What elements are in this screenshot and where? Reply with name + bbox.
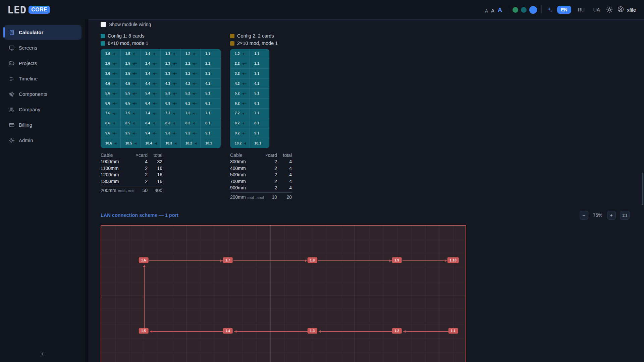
theme-dot-blue[interactable] xyxy=(529,6,537,14)
lan-edge xyxy=(144,265,145,328)
wire-arrow-icon xyxy=(192,63,197,64)
lang-en[interactable]: EN xyxy=(557,6,571,14)
wire-arrow-icon xyxy=(152,103,157,104)
cable-footer-cable: 200mm xyxy=(101,188,116,193)
sidebar-nav: CalculatorScreensProjectsTimelineCompone… xyxy=(0,19,85,148)
module-label: 1.1 xyxy=(255,52,260,56)
wire-arrow-icon xyxy=(172,123,177,123)
lang-ua[interactable]: UA xyxy=(591,6,602,14)
sidebar: CalculatorScreensProjectsTimelineCompone… xyxy=(0,19,85,362)
module-label: 2.2 xyxy=(185,62,191,65)
cable-cell: 4 xyxy=(277,178,292,185)
wire-arrow-icon xyxy=(192,133,197,133)
sidebar-item-label: Timeline xyxy=(19,76,38,81)
module-cell: 8.4 xyxy=(141,118,161,128)
arrowhead-left-icon xyxy=(402,330,406,333)
lan-zoom-controls: − 75% + 1:1 xyxy=(580,211,630,220)
module-cell: 8.6 xyxy=(101,118,121,128)
lan-node: 1.3 xyxy=(308,328,317,334)
module-cell: 3.4 xyxy=(141,69,161,79)
lan-node: 1.5 xyxy=(139,328,149,334)
module-label: 8.3 xyxy=(165,121,170,125)
topbar: LED CORE AAA ENRUUA xyxy=(0,0,644,19)
sidebar-item-components[interactable]: Components xyxy=(4,86,82,102)
wire-arrow-icon xyxy=(242,63,246,64)
wire-arrow-icon xyxy=(242,54,246,54)
scrollbar-thumb[interactable] xyxy=(642,173,643,205)
show-wiring-checkbox[interactable] xyxy=(101,22,106,27)
sidebar-item-projects[interactable]: Projects xyxy=(4,56,82,71)
sidebar-item-screens[interactable]: Screens xyxy=(4,40,82,55)
module-label: 6.1 xyxy=(255,102,260,105)
wire-arrow-icon xyxy=(112,73,117,74)
cable-cell: 500mm xyxy=(230,172,262,178)
font-size-medium-button[interactable]: A xyxy=(491,8,495,13)
sidebar-item-calculator[interactable]: Calculator xyxy=(4,25,82,40)
module-cell: 6.1 xyxy=(201,99,221,109)
zoom-level: 75% xyxy=(593,213,602,218)
module-cell: 2.3 xyxy=(161,59,181,69)
sidebar-item-billing[interactable]: Billing xyxy=(4,117,82,132)
cable-cell: 900mm xyxy=(230,185,262,191)
module-label: 5.6 xyxy=(105,92,110,95)
wire-arrow-icon xyxy=(192,123,197,123)
lan-node: 1.1 xyxy=(448,328,458,334)
module-cell: 10.1 xyxy=(250,138,270,148)
wire-arrow-icon xyxy=(112,63,117,64)
font-size-controls: AAA xyxy=(485,7,502,13)
module-cell: 5.2 xyxy=(230,88,250,99)
diagram-major-gridline xyxy=(439,226,439,362)
zoom-in-button[interactable]: + xyxy=(607,211,616,220)
lan-node: 1.2 xyxy=(392,328,402,334)
sidebar-item-company[interactable]: Company xyxy=(4,102,82,117)
module-cell: 10.3 xyxy=(161,138,181,148)
module-cell: 3.6 xyxy=(101,69,121,79)
sparkles-icon[interactable] xyxy=(546,6,553,13)
module-cell: 5.1 xyxy=(201,88,221,99)
font-size-small-button[interactable]: A xyxy=(485,9,488,13)
module-cell: 2.6 xyxy=(101,59,121,69)
module-label: 4.2 xyxy=(185,82,191,85)
theme-toggle-sun-icon[interactable] xyxy=(606,6,613,13)
module-label: 8.1 xyxy=(205,121,210,125)
module-label: 10.4 xyxy=(145,141,152,145)
theme-dot-teal[interactable] xyxy=(521,7,527,13)
zoom-reset-button[interactable]: 1:1 xyxy=(620,211,630,220)
sidebar-collapse-button[interactable] xyxy=(0,347,85,362)
module-cell: 6.6 xyxy=(101,99,121,109)
wire-arrow-icon xyxy=(172,83,177,84)
module-label: 9.5 xyxy=(125,131,130,135)
cable-col-header: Cable xyxy=(101,152,133,159)
module-grid-1: 1.61.51.41.31.21.12.62.52.42.32.22.13.63… xyxy=(101,49,221,148)
module-label: 3.2 xyxy=(185,72,191,75)
wire-arrow-icon xyxy=(152,73,157,74)
legend-label: Config 2: 2 cards xyxy=(237,33,274,39)
module-cell: 7.1 xyxy=(250,109,270,119)
diagram-major-gridline xyxy=(186,226,186,362)
lang-ru[interactable]: RU xyxy=(576,6,587,14)
arrowhead-left-icon xyxy=(149,330,152,333)
wire-arrow-icon xyxy=(112,113,117,113)
module-label: 10.1 xyxy=(255,141,261,145)
user-menu[interactable]: xfile xyxy=(617,6,636,14)
sidebar-item-admin[interactable]: Admin xyxy=(4,133,82,148)
wire-arrow-icon xyxy=(112,93,117,94)
module-label: 4.1 xyxy=(205,82,210,85)
font-size-large-button[interactable]: A xyxy=(497,7,502,13)
show-wiring-label: Show module wiring xyxy=(109,22,151,27)
module-label: 6.6 xyxy=(105,102,110,105)
diagram-major-gridline xyxy=(355,226,355,362)
module-label: 6.1 xyxy=(205,102,210,105)
module-cell: 2.4 xyxy=(141,59,161,69)
module-cell: 2.1 xyxy=(201,59,221,69)
module-cell: 7.5 xyxy=(121,109,141,119)
module-cell: 4.4 xyxy=(141,79,161,89)
wire-arrow-icon xyxy=(192,113,197,113)
module-cell: 4.1 xyxy=(250,79,270,89)
wire-arrow-icon xyxy=(154,143,157,143)
cable-cell: 4 xyxy=(133,159,148,165)
theme-dot-green[interactable] xyxy=(513,7,518,13)
sidebar-item-timeline[interactable]: Timeline xyxy=(4,71,82,86)
zoom-out-button[interactable]: − xyxy=(580,211,588,220)
sidebar-item-label: Billing xyxy=(19,122,32,128)
